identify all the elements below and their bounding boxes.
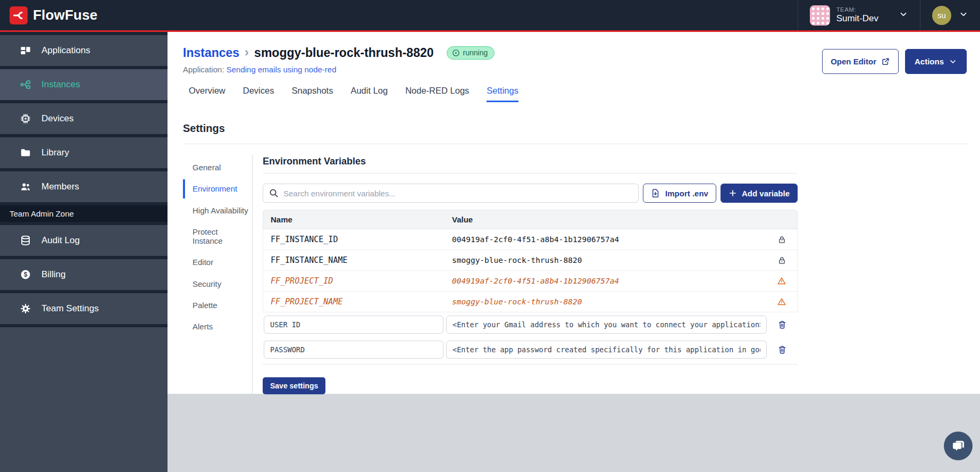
subnav-high-availability[interactable]: High Availability (183, 201, 252, 220)
table-row: FF_PROJECT_ID 004919af-2cf0-4f51-a8b4-1b… (263, 271, 798, 292)
tab-node-red-logs[interactable]: Node-RED Logs (405, 86, 469, 102)
sidebar-item-applications[interactable]: Applications (0, 35, 167, 66)
variable-name-input[interactable] (264, 341, 443, 359)
sidebar-item-label: Members (41, 181, 79, 192)
instance-name: smoggy-blue-rock-thrush-8820 (254, 46, 433, 60)
sidebar: Applications Instances (0, 32, 167, 472)
svg-text:$: $ (24, 271, 28, 278)
tab-snapshots[interactable]: Snapshots (291, 86, 333, 102)
divider (183, 144, 969, 144)
application-line: Application: Sending emails using node-r… (183, 65, 495, 74)
warning-icon (777, 276, 786, 286)
breadcrumb-separator: › (245, 45, 249, 60)
column-value: Value (452, 215, 766, 224)
trash-icon (777, 320, 787, 329)
subnav-environment[interactable]: Environment (183, 179, 252, 198)
team-label: TEAM: (836, 6, 878, 13)
chip-icon (19, 113, 32, 125)
status-badge: running (447, 46, 495, 60)
variable-value-input[interactable] (446, 316, 767, 334)
sidebar-item-label: Applications (41, 45, 90, 56)
search-icon (269, 188, 279, 198)
editable-row (263, 312, 798, 337)
table-row: FF_PROJECT_NAME smoggy-blue-rock-thrush-… (263, 292, 798, 312)
variable-name-input[interactable] (264, 316, 443, 334)
applications-icon (19, 45, 32, 56)
sidebar-item-instances[interactable]: Instances (0, 69, 167, 100)
actions-button[interactable]: Actions (905, 49, 967, 74)
sidebar-item-team-settings[interactable]: Team Settings (0, 293, 167, 324)
sidebar-filler (0, 327, 167, 472)
breadcrumb-instances-link[interactable]: Instances (183, 46, 239, 60)
chevron-down-icon (949, 57, 957, 66)
top-navbar: FlowFuse TEAM: Sumit-Dev su (0, 0, 980, 32)
brand-name: FlowFuse (33, 7, 98, 23)
page-background (167, 394, 980, 472)
sidebar-item-library[interactable]: Library (0, 137, 167, 168)
team-avatar (810, 5, 830, 26)
plus-icon (728, 189, 737, 197)
main-content: Instances › smoggy-blue-rock-thrush-8820… (167, 32, 980, 394)
column-name: Name (263, 215, 452, 224)
sidebar-item-label: Library (41, 147, 69, 158)
dollar-icon: $ (19, 269, 32, 280)
brand[interactable]: FlowFuse (10, 6, 98, 24)
delete-variable-button[interactable] (776, 344, 788, 355)
flowfuse-logo-icon (10, 6, 28, 24)
environment-panel: Environment Variables (263, 155, 798, 394)
user-menu[interactable]: su (920, 0, 980, 30)
sidebar-item-label: Audit Log (41, 235, 80, 246)
user-avatar: su (932, 6, 951, 25)
application-link[interactable]: Sending emails using node-red (227, 65, 337, 74)
subnav-alerts[interactable]: Alerts (183, 317, 252, 336)
add-variable-button[interactable]: Add variable (721, 184, 798, 203)
delete-variable-button[interactable] (776, 319, 788, 330)
search-input[interactable] (263, 184, 639, 203)
folder-icon (19, 147, 32, 159)
sidebar-section-team-admin-zone: Team Admin Zone (0, 205, 167, 222)
chevron-down-icon (959, 10, 968, 21)
tab-devices[interactable]: Devices (243, 86, 274, 102)
settings-subnav: General Environment High Availability Pr… (183, 155, 253, 394)
subnav-protect-instance[interactable]: Protect Instance (183, 222, 252, 251)
open-editor-button[interactable]: Open Editor (822, 49, 899, 74)
application-label: Application: (183, 65, 224, 74)
gear-icon (19, 303, 32, 314)
sidebar-item-billing[interactable]: $ Billing (0, 259, 167, 290)
import-env-button[interactable]: Import .env (643, 184, 716, 203)
database-icon (19, 235, 32, 246)
instances-icon (19, 79, 32, 90)
editable-row (263, 337, 798, 365)
subnav-security[interactable]: Security (183, 275, 252, 293)
sidebar-item-label: Team Settings (41, 303, 99, 314)
chevron-down-icon (899, 10, 908, 21)
trash-icon (777, 345, 787, 354)
subnav-palette[interactable]: Palette (183, 296, 252, 314)
settings-title: Settings (183, 122, 969, 135)
lock-icon (777, 235, 786, 244)
tab-settings[interactable]: Settings (487, 86, 518, 102)
sidebar-item-label: Devices (41, 113, 73, 124)
chat-widget-button[interactable] (944, 432, 973, 460)
sidebar-item-members[interactable]: Members (0, 171, 167, 202)
sidebar-item-label: Billing (41, 269, 65, 280)
sidebar-item-audit-log[interactable]: Audit Log (0, 225, 167, 256)
users-icon (19, 181, 32, 193)
sidebar-item-devices[interactable]: Devices (0, 103, 167, 134)
document-download-icon (651, 188, 660, 198)
tab-overview[interactable]: Overview (189, 86, 225, 102)
table-row: FF_INSTANCE_ID 004919af-2cf0-4f51-a8b4-1… (263, 229, 798, 250)
team-name: Sumit-Dev (836, 13, 878, 24)
instance-tabs: Overview Devices Snapshots Audit Log Nod… (167, 86, 980, 102)
external-link-icon (881, 57, 890, 66)
team-selector[interactable]: TEAM: Sumit-Dev (798, 0, 920, 30)
variable-value-input[interactable] (446, 341, 767, 359)
table-header: Name Value (263, 210, 798, 229)
tab-audit-log[interactable]: Audit Log (350, 86, 388, 102)
subnav-editor[interactable]: Editor (183, 253, 252, 271)
warning-icon (777, 297, 786, 307)
save-settings-button[interactable]: Save settings (263, 377, 325, 394)
table-row: FF_INSTANCE_NAME smoggy-blue-rock-thrush… (263, 250, 798, 271)
breadcrumb: Instances › smoggy-blue-rock-thrush-8820… (183, 46, 495, 60)
subnav-general[interactable]: General (183, 158, 252, 177)
